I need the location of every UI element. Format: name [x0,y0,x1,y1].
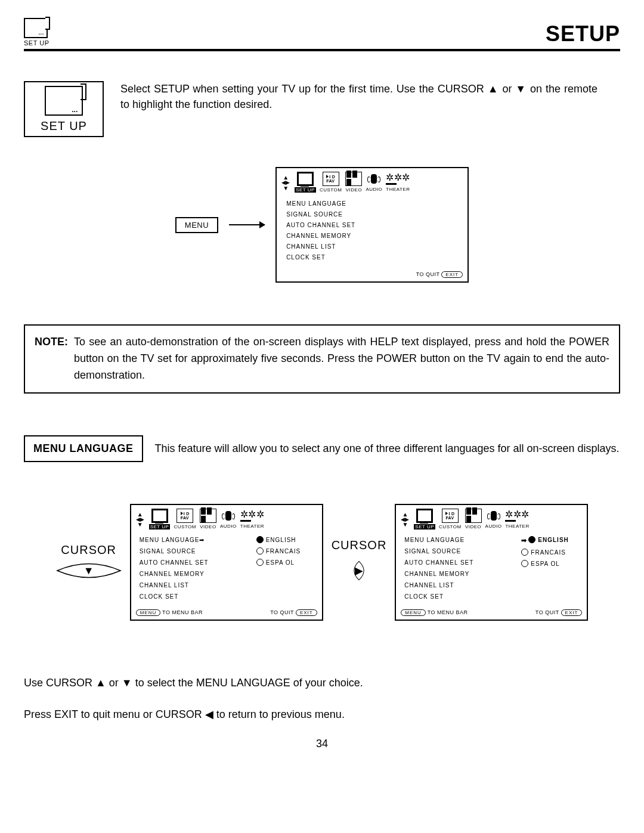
tab-custom: I DFAV CUSTOM [320,172,342,194]
tab-setup: SET UP [295,172,316,194]
tab-audio: AUDIO [485,509,502,530]
header-rule [24,49,620,51]
fav-icon: I DFAV [445,512,454,520]
tab-custom: I DFAVCUSTOM [439,509,462,531]
tab-theater: ✲✲✲ THEATER [386,172,410,193]
tab-video: VIDEO [200,509,216,531]
video-icon [200,507,216,524]
header-icon-caption: SET UP [24,39,49,47]
setup-icon-caption: SET UP [41,119,87,133]
tab-setup: SET UP [414,509,435,531]
cursor-pad-icon: ▼ [56,561,122,581]
theater-icon: ✲✲✲ [505,510,530,522]
cursor-label: CURSOR [61,543,116,557]
speaker-icon [371,174,377,184]
radio-unselected-icon [521,549,528,556]
osd-menu-list: MENU LANGUAGE➡ SIGNAL SOURCE AUTO CHANNE… [140,534,239,602]
menu-item: CLOCK SET [404,591,503,602]
video-icon [466,507,481,524]
tab-theater-label: THEATER [386,187,410,192]
radio-unselected-icon [256,547,264,555]
to-menu-bar-label: TO MENU BAR [428,609,468,615]
arrow-right-icon [229,224,265,225]
exit-chip: EXIT [296,609,317,616]
tab-custom: I DFAVCUSTOM [174,509,196,531]
note-text: To see an auto-demonstration of the on-s… [74,334,609,384]
note-label: NOTE: [35,334,68,384]
cursor-arrows-icon: ▲◀▶▼ [135,512,145,527]
osd-menu-list: MENU LANGUAGE SIGNAL SOURCE AUTO CHANNEL… [404,534,503,602]
to-quit-label: TO QUIT [270,609,294,615]
cursor-label: CURSOR [332,538,387,552]
tv-icon [417,509,432,522]
intro-text: Select SETUP when setting your TV up for… [120,81,597,112]
page-title: SETUP [546,21,620,47]
radio-selected-icon [256,536,264,543]
osd-menu-language-list: ▲◀▶▼ SET UP I DFAVCUSTOM VIDEO AUDIO ✲✲✲… [130,504,323,621]
tab-theater: ✲✲✲THEATER [505,509,529,530]
instruction-text: Press EXIT to quit menu or CURSOR ◀ to r… [24,706,620,723]
header-icon-block: ••• SET UP [24,18,49,47]
radio-unselected-icon [256,559,264,566]
arrow-right-icon: ➡ [199,537,205,543]
osd-menu-list: MENU LANGUAGE SIGNAL SOURCE AUTO CHANNEL… [277,194,467,269]
tab-audio: AUDIO [366,172,382,193]
instruction-text: Use CURSOR ▲ or ▼ to select the MENU LAN… [24,674,620,692]
arrow-right-icon: ➡ [521,537,527,544]
tv-icon: ••• [45,86,83,116]
language-options: ➡ENGLISH FRANCAIS ESPA OL [521,534,581,602]
tv-icon [152,509,168,522]
osd-menu-language-selected: ▲◀▶▼ SET UP I DFAVCUSTOM VIDEO AUDIO ✲✲✲… [395,504,588,621]
to-quit-label: TO QUIT [535,609,559,615]
menu-item: CLOCK SET [140,591,239,602]
exit-chip: EXIT [561,609,583,616]
cursor-arrows-icon: ▲◀▶▼ [280,175,291,190]
menu-item: CHANNEL LIST [404,580,503,591]
tab-setup-label: SET UP [295,187,316,193]
menu-item-active: MENU LANGUAGE [404,534,503,546]
language-option-selected: ➡ENGLISH [521,534,581,547]
tv-icon: ••• [24,18,48,38]
cursor-right-indicator: CURSOR ▶ [332,538,387,586]
language-option: FRANCAIS [256,546,316,557]
tab-audio: AUDIO [220,509,237,530]
theater-icon: ✲✲✲ [386,173,410,185]
language-options: ENGLISH FRANCAIS ESPA OL [256,534,316,602]
to-quit-label: TO QUIT [416,271,440,277]
menu-item: AUTO CHANNEL SET [140,557,239,568]
menu-item: SIGNAL SOURCE [140,546,239,557]
menu-item: CHANNEL MEMORY [140,568,239,580]
speaker-icon [491,511,497,521]
menu-item-active: MENU LANGUAGE➡ [140,534,239,546]
menu-item: CLOCK SET [286,252,460,263]
radio-selected-icon [528,536,535,543]
language-option: ESPA OL [521,558,581,569]
menu-button-label: MENU [175,217,218,233]
language-option: ENGLISH [256,534,316,546]
tab-video-label: VIDEO [346,187,362,193]
menu-language-heading: MENU LANGUAGE [24,435,143,462]
tab-theater: ✲✲✲THEATER [240,509,264,530]
osd-footer: MENU TO MENU BAR TO QUIT EXIT [396,607,587,620]
osd-footer: MENU TO MENU BAR TO QUIT EXIT [131,607,322,620]
osd-menubar: ▲◀▶▼ SET UP I DFAV CUSTOM VIDEO AUDIO [277,168,467,194]
menu-language-description: This feature will allow you to select an… [155,442,620,455]
language-option: ESPA OL [256,557,316,568]
menu-chip: MENU [401,609,426,616]
cursor-down-indicator: CURSOR ▼ [56,543,122,581]
menu-item: AUTO CHANNEL SET [286,220,460,231]
tab-audio-label: AUDIO [366,187,382,192]
menu-item: CHANNEL LIST [286,241,460,252]
fav-icon: I DFAV [326,175,335,183]
exit-chip: EXIT [441,271,463,278]
setup-icon-box: ••• SET UP [24,81,104,137]
language-option: FRANCAIS [521,547,581,558]
theater-icon: ✲✲✲ [240,510,265,522]
speaker-icon [225,511,231,521]
to-menu-bar-label: TO MENU BAR [162,609,203,615]
osd-footer: TO QUIT EXIT [277,269,467,281]
cursor-arrows-icon: ▲◀▶▼ [400,512,410,527]
page-number: 34 [24,738,620,750]
menu-chip: MENU [136,609,161,616]
osd-setup-menu: ▲◀▶▼ SET UP I DFAV CUSTOM VIDEO AUDIO [275,167,469,283]
